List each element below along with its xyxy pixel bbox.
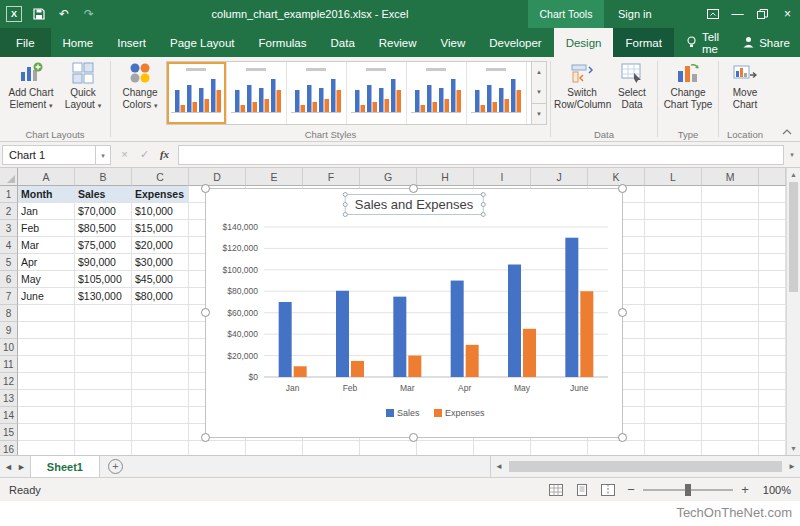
cell-E16[interactable] <box>246 441 303 455</box>
title-selection-handle[interactable] <box>480 202 485 207</box>
row-header-8[interactable]: 8 <box>0 305 18 322</box>
formula-bar-expand-icon[interactable]: ▾ <box>784 151 800 159</box>
chart-title[interactable]: Sales and Expenses <box>345 194 484 215</box>
tab-developer[interactable]: Developer <box>477 28 553 57</box>
cell-partial-11[interactable] <box>759 356 786 373</box>
cell-partial-15[interactable] <box>759 424 786 441</box>
row-header-4[interactable]: 4 <box>0 237 18 254</box>
tab-design[interactable]: Design <box>554 28 614 57</box>
cell-M1[interactable] <box>702 186 759 203</box>
cell-partial-12[interactable] <box>759 373 786 390</box>
cell-G16[interactable] <box>360 441 417 455</box>
tab-review[interactable]: Review <box>367 28 429 57</box>
cell-B1[interactable]: Sales <box>75 186 132 203</box>
cell-A2[interactable]: Jan <box>18 203 75 220</box>
cell-A15[interactable] <box>18 424 75 441</box>
cell-B5[interactable]: $90,000 <box>75 254 132 271</box>
chart-selection-handle[interactable] <box>618 184 627 193</box>
scroll-right-icon[interactable]: ► <box>784 462 800 471</box>
cell-H16[interactable] <box>417 441 474 455</box>
gallery-scroll-down-icon[interactable]: ▼ <box>532 82 546 102</box>
cell-C10[interactable] <box>132 339 189 356</box>
cell-B10[interactable] <box>75 339 132 356</box>
cell-C4[interactable]: $20,000 <box>132 237 189 254</box>
cell-C12[interactable] <box>132 373 189 390</box>
quick-layout-button[interactable]: Quick Layout ▾ <box>59 59 107 110</box>
close-icon[interactable]: × <box>775 0 800 28</box>
cell-B7[interactable]: $130,000 <box>75 288 132 305</box>
column-header-A[interactable]: A <box>18 168 75 186</box>
cell-B11[interactable] <box>75 356 132 373</box>
cell-I16[interactable] <box>474 441 531 455</box>
collapse-ribbon-icon[interactable] <box>780 126 794 138</box>
chart-style-thumbnail-4[interactable] <box>347 62 407 124</box>
column-header-K[interactable]: K <box>588 168 645 186</box>
bar-sales-mar[interactable] <box>393 297 406 377</box>
tab-insert[interactable]: Insert <box>105 28 158 57</box>
cell-M13[interactable] <box>702 390 759 407</box>
legend-swatch-sales[interactable] <box>386 409 394 417</box>
chart-selection-handle[interactable] <box>201 308 210 317</box>
cell-partial-4[interactable] <box>759 237 786 254</box>
title-selection-handle[interactable] <box>343 212 348 217</box>
cell-M10[interactable] <box>702 339 759 356</box>
cell-C5[interactable]: $30,000 <box>132 254 189 271</box>
legend-label-expenses[interactable]: Expenses <box>445 408 485 418</box>
normal-view-icon[interactable] <box>547 482 565 498</box>
legend-swatch-expenses[interactable] <box>434 409 442 417</box>
cancel-icon[interactable]: × <box>116 148 133 161</box>
cell-L5[interactable] <box>645 254 702 271</box>
cell-M8[interactable] <box>702 305 759 322</box>
cell-A4[interactable]: Mar <box>18 237 75 254</box>
cell-partial-2[interactable] <box>759 203 786 220</box>
tab-file[interactable]: File <box>0 28 51 57</box>
cell-M5[interactable] <box>702 254 759 271</box>
zoom-slider[interactable] <box>643 489 733 491</box>
cell-L15[interactable] <box>645 424 702 441</box>
row-header-14[interactable]: 14 <box>0 407 18 424</box>
title-selection-handle[interactable] <box>343 192 348 197</box>
column-header-C[interactable]: C <box>132 168 189 186</box>
row-header-9[interactable]: 9 <box>0 322 18 339</box>
cell-partial-7[interactable] <box>759 288 786 305</box>
cell-A16[interactable] <box>18 441 75 455</box>
cell-partial-10[interactable] <box>759 339 786 356</box>
chart-style-thumbnail-3[interactable] <box>287 62 347 124</box>
select-all-button[interactable] <box>0 168 18 186</box>
title-selection-handle[interactable] <box>480 192 485 197</box>
chart-selection-handle[interactable] <box>201 433 210 442</box>
cell-A5[interactable]: Apr <box>18 254 75 271</box>
cell-M6[interactable] <box>702 271 759 288</box>
chart-style-thumbnail-6[interactable] <box>467 62 527 124</box>
minimize-icon[interactable]: — <box>725 0 750 28</box>
column-header-B[interactable]: B <box>75 168 132 186</box>
select-data-button[interactable]: Select Data <box>610 59 654 110</box>
title-selection-handle[interactable] <box>480 212 485 217</box>
horizontal-scrollbar[interactable]: ◄ ► <box>490 456 800 477</box>
scroll-up-icon[interactable]: ▲ <box>787 168 800 181</box>
cell-M2[interactable] <box>702 203 759 220</box>
cell-K16[interactable] <box>588 441 645 455</box>
cell-M9[interactable] <box>702 322 759 339</box>
change-chart-type-button[interactable]: Change Chart Type <box>661 59 715 110</box>
chart-style-thumbnail-1[interactable] <box>167 62 227 124</box>
cell-M14[interactable] <box>702 407 759 424</box>
cell-L10[interactable] <box>645 339 702 356</box>
column-header-E[interactable]: E <box>246 168 303 186</box>
cell-M4[interactable] <box>702 237 759 254</box>
cell-partial-16[interactable] <box>759 441 786 455</box>
cell-A10[interactable] <box>18 339 75 356</box>
switch-row-column-button[interactable]: Switch Row/Column <box>554 59 610 110</box>
row-header-7[interactable]: 7 <box>0 288 18 305</box>
row-header-1[interactable]: 1 <box>0 186 18 203</box>
row-header-6[interactable]: 6 <box>0 271 18 288</box>
cell-B16[interactable] <box>75 441 132 455</box>
cell-A6[interactable]: May <box>18 271 75 288</box>
cell-C16[interactable] <box>132 441 189 455</box>
column-header-M[interactable]: M <box>702 168 759 186</box>
cell-C11[interactable] <box>132 356 189 373</box>
cell-A12[interactable] <box>18 373 75 390</box>
column-header-H[interactable]: H <box>417 168 474 186</box>
chart-selection-handle[interactable] <box>409 184 418 193</box>
cell-M7[interactable] <box>702 288 759 305</box>
